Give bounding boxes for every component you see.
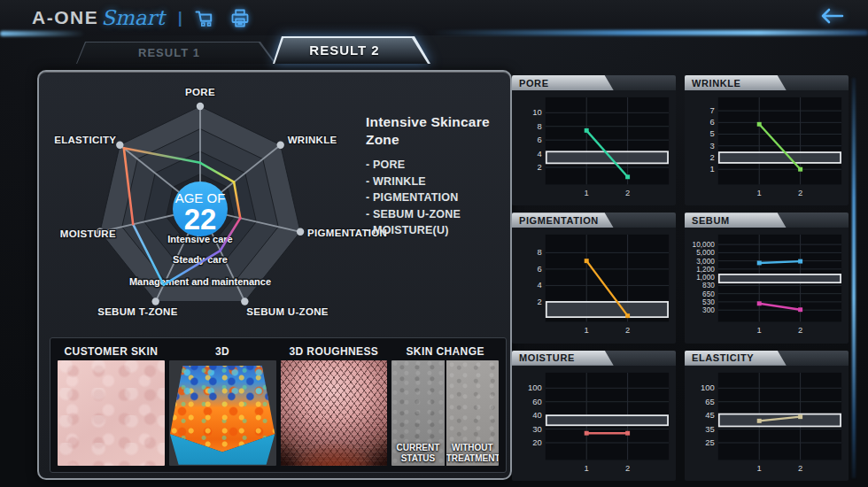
x-tick-label: 2 [625, 188, 630, 197]
chart-title: PORE [519, 78, 549, 89]
strip-panel-title: SKIN CHANGE [391, 343, 499, 360]
y-tick-label: 2 [538, 162, 542, 172]
y-tick-label: 6 [538, 264, 542, 274]
app-screen: A-ONE Smart | [0, 0, 868, 487]
y-tick-label: 1,000 [696, 274, 715, 282]
header-separator: | [178, 9, 182, 27]
chart-title-tab: WRINKLE [685, 75, 787, 90]
tab-result-1[interactable]: RESULT 1 [76, 42, 276, 64]
x-tick-label: 2 [625, 326, 630, 336]
y-tick-label: 2 [710, 152, 715, 162]
x-tick-label: 2 [798, 188, 802, 197]
chart-point-pore [585, 128, 589, 133]
y-tick-label: 4 [538, 149, 542, 158]
chart-point-pigmentation [585, 259, 589, 264]
chart-title: MOISTURE [519, 352, 575, 363]
chart-header-moisture: MOISTURE [512, 351, 676, 366]
y-tick-label: 10,000 [693, 241, 716, 249]
radar-vertex-dot [297, 228, 304, 236]
y-tick-label: 530 [702, 298, 715, 306]
age-badge-value: 22 [184, 203, 217, 236]
y-tick-label: 8 [538, 121, 542, 131]
chart-body-moisture: 1006040302012 [512, 366, 676, 481]
back-arrow-icon[interactable] [817, 7, 845, 28]
zone-info: Intensive Skincare Zone - PORE- WRINKLE-… [366, 113, 509, 239]
y-tick-label: 5,000 [696, 250, 715, 258]
print-icon[interactable] [229, 8, 251, 28]
radar-vertex-dot [276, 141, 283, 148]
y-tick-label: 830 [702, 282, 715, 290]
zone-item: - SEBUM U-ZONE [366, 206, 509, 223]
chart-body-wrinkle: 76532112 [685, 90, 849, 205]
chart-title: SEBUM [692, 215, 730, 226]
y-tick-label: 6 [538, 135, 542, 144]
tab-result-2-label[interactable]: RESULT 2 [273, 36, 430, 64]
x-tick-label: 2 [798, 463, 802, 473]
chart-header-wrinkle: WRINKLE [685, 75, 849, 90]
chart-title-tab: MOISTURE [512, 351, 614, 366]
tab-result-1-label[interactable]: RESULT 1 [76, 42, 276, 64]
chart-point-sebum-lower [798, 308, 802, 313]
chart-header-pore: PORE [512, 75, 676, 90]
chart-header-elasticity: ELASTICITY [685, 351, 849, 366]
tab-result-2[interactable]: RESULT 2 [273, 36, 430, 64]
zone-item: - PORE [366, 157, 509, 174]
y-tick-label: 8 [538, 248, 542, 258]
y-tick-label: 65 [705, 396, 715, 406]
chart-point-elasticity [757, 419, 762, 423]
y-tick-label: 5 [710, 129, 715, 139]
y-tick-label: 10 [532, 107, 542, 117]
strip-image-customer-skin [58, 360, 165, 466]
app-header: A-ONE Smart | [0, 0, 868, 35]
strip-panel-3d: 3D [169, 343, 276, 466]
y-tick-label: 20 [532, 437, 542, 447]
radar-vertex-dot [241, 298, 248, 305]
chart-target-band [719, 274, 841, 282]
y-tick-label: 6 [710, 117, 715, 127]
chart-point-sebum-lower [757, 302, 762, 306]
chart-title-tab: ELASTICITY [685, 351, 787, 366]
chart-target-band [719, 152, 841, 163]
strip-image-3d [169, 360, 276, 466]
radar-axis-label-wrinkle: WRINKLE [288, 135, 337, 145]
chart-target-band [546, 302, 668, 317]
strip-panel-3d-roughness: 3D ROUGHNESS [281, 343, 388, 466]
y-tick-label: 650 [702, 290, 715, 298]
brand-logo: A-ONE [32, 7, 98, 28]
skin-change-caption: WITHOUT TREATMENT [446, 443, 499, 463]
cart-icon[interactable] [194, 8, 215, 28]
chart-title: PIGMENTATION [519, 215, 599, 226]
y-tick-label: 30 [532, 423, 542, 433]
radar-axis-label-elasticity: ELASTICITY [54, 135, 116, 145]
zone-item: - WRINKLE [366, 174, 509, 190]
x-tick-label: 1 [585, 326, 589, 336]
y-tick-label: 1,200 [696, 266, 715, 274]
radar-vertex-dot [151, 298, 159, 305]
zone-list: - PORE- WRINKLE- PIGMENTATION- SEBUM U-Z… [366, 157, 509, 239]
skin-change-image-current: CURRENT STATUS [391, 360, 444, 466]
chart-point-pigmentation [625, 314, 630, 319]
chart-plot-sebum: 10,0005,0003,0001,2001,00083065053030012 [685, 229, 849, 343]
chart-point-moisture [585, 430, 589, 435]
chart-title-tab: PIGMENTATION [512, 213, 614, 228]
y-tick-label: 25 [705, 437, 715, 447]
chart-target-band [719, 414, 841, 426]
chart-plot-moisture: 1006040302012 [512, 367, 676, 481]
glow-right-edge [852, 78, 856, 478]
chart-body-pigmentation: 864212 [512, 228, 676, 343]
y-tick-label: 3 [710, 141, 715, 151]
chart-panel-wrinkle: WRINKLE76532112 [685, 75, 849, 205]
chart-body-pore: 10864212 [512, 90, 676, 205]
chart-point-moisture [625, 430, 630, 435]
chart-point-sebum-upper [798, 259, 802, 264]
strip-panel-title: 3D ROUGHNESS [281, 343, 388, 360]
x-tick-label: 1 [585, 463, 589, 473]
chart-title-tab: PORE [512, 75, 614, 90]
chart-panel-pore: PORE10864212 [512, 75, 676, 205]
y-tick-label: 40 [532, 410, 542, 420]
chart-plot-pore: 10864212 [512, 92, 676, 205]
chart-body-sebum: 10,0005,0003,0001,2001,00083065053030012 [685, 228, 849, 343]
y-tick-label: 45 [705, 410, 715, 420]
x-tick-label: 1 [757, 188, 762, 197]
chart-point-wrinkle [757, 122, 762, 127]
